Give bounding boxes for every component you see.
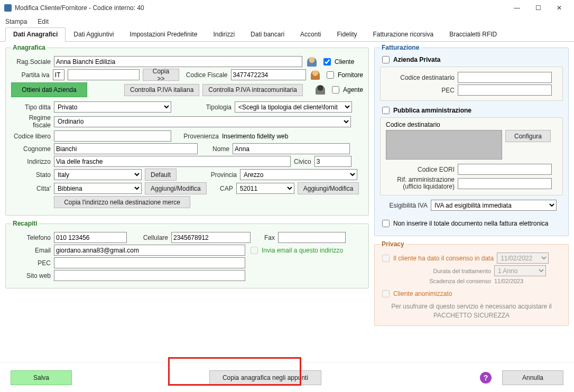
input-indirizzo[interactable] [54, 156, 291, 167]
label-partita-iva: Partita iva [11, 71, 50, 79]
group-fatturazione: Fatturazione Azienda Privata Codice dest… [374, 44, 569, 236]
label-rag-sociale: Rag.Sociale [11, 58, 51, 66]
tab-indirizzi[interactable]: Indirizzi [205, 27, 243, 41]
input-pec-fatt[interactable] [458, 85, 552, 96]
label-stato: Stato [11, 171, 51, 179]
tab-fidelity[interactable]: Fidelity [329, 27, 365, 41]
label-citta: Citta' [11, 185, 51, 192]
label-tipologia: Tipologia [174, 104, 232, 111]
input-nome[interactable] [233, 143, 350, 154]
checkbox-invia-email[interactable]: Invia email a questo indirizzo [248, 245, 343, 256]
button-controlla-piva-intra[interactable]: Controlla P.IVA intracomunitaria [202, 84, 303, 96]
select-tipologia[interactable]: <Scegli la tipologia del cliente\fornit [235, 101, 352, 113]
input-sito[interactable] [54, 270, 245, 281]
agent-icon [316, 85, 325, 95]
input-rag-sociale[interactable] [54, 56, 302, 67]
label-codice-fiscale: Codice Fiscale [182, 71, 227, 79]
button-salva[interactable]: Salva [11, 370, 72, 385]
tab-fatturazione-ricorsiva[interactable]: Fatturazione ricorsiva [365, 27, 441, 41]
menu-stampa[interactable]: Stampa [5, 18, 27, 25]
input-codice-eori[interactable] [458, 164, 552, 175]
group-privacy: Privacy Il cliente ha dato il consenso i… [374, 240, 569, 326]
input-telefono[interactable] [54, 232, 127, 243]
tab-braccialetti[interactable]: Braccialetti RFID [441, 27, 505, 41]
checkbox-cliente[interactable]: Cliente [321, 57, 354, 67]
button-configura[interactable]: Configura [505, 130, 551, 142]
label-fax: Fax [254, 234, 275, 241]
label-pec: PEC [11, 259, 51, 267]
button-copia-indirizzo[interactable]: Copia l'indirizzo nella destinazione mer… [54, 196, 190, 208]
group-recapiti: Recapiti Telefono Cellulare Fax Email In… [5, 220, 369, 288]
label-email: Email [11, 247, 51, 254]
checkbox-agente[interactable]: Agente [330, 85, 363, 95]
input-piva-prefix[interactable] [53, 69, 64, 80]
value-scadenza: 11/02/2023 [494, 278, 523, 284]
help-icon[interactable]: ? [480, 372, 492, 384]
input-fax[interactable] [278, 232, 346, 243]
privacy-info: Per usufruire di questo servizio è neces… [380, 302, 563, 320]
person-icon [307, 57, 317, 67]
button-default-stato[interactable]: Default [145, 169, 177, 181]
label-nome: Nome [201, 145, 229, 153]
maximize-button[interactable]: ☐ [527, 1, 549, 15]
label-scadenza: Scadenza del consenso [380, 278, 491, 284]
select-stato[interactable]: Italy [54, 169, 142, 180]
label-regime: Regime fiscale [11, 114, 51, 129]
button-annulla[interactable]: Annulla [502, 370, 563, 385]
input-pec[interactable] [54, 257, 245, 268]
input-cellulare[interactable] [171, 232, 251, 243]
select-consenso-data: 11/02/2022 [497, 253, 549, 264]
input-piva[interactable] [68, 69, 140, 80]
input-codice-dest[interactable] [458, 72, 552, 83]
button-aggiungi-cap[interactable]: Aggiungi/Modifica [298, 182, 359, 194]
select-cap[interactable]: 52011 [236, 183, 294, 194]
button-copia-piva[interactable]: Copia >> [143, 69, 179, 81]
input-rif-amm[interactable] [458, 178, 552, 189]
titlebar: Modifica Cliente/Fornitore - Codice inte… [0, 0, 574, 16]
button-aggiungi-citta[interactable]: Aggiungi/Modifica [145, 182, 207, 194]
label-codice-libero: Codice libero [11, 133, 51, 140]
menubar: Stampa Edit [0, 16, 574, 27]
tab-dati-aggiuntivi[interactable]: Dati Aggiuntivi [66, 27, 122, 41]
select-citta[interactable]: Bibbiena [54, 183, 142, 194]
button-controlla-piva-it[interactable]: Controlla P.IVA italiana [124, 84, 199, 96]
value-provenienza: Inserimento fidelity web [222, 133, 288, 140]
select-tipo-ditta[interactable]: Privato [54, 101, 171, 113]
label-civico: Civico [294, 158, 311, 165]
textarea-codice-dest-pa [386, 130, 502, 160]
label-esigibilita: Esigibilità IVA [380, 202, 428, 209]
close-button[interactable]: ✕ [549, 1, 570, 15]
input-email[interactable] [54, 245, 245, 256]
checkbox-azienda-privata[interactable]: Azienda Privata [380, 54, 563, 65]
button-ottieni-dati[interactable]: Ottieni dati Azienda [11, 82, 87, 97]
input-civico[interactable] [314, 156, 351, 167]
label-tipo-ditta: Tipo ditta [11, 104, 51, 111]
select-provincia[interactable]: Arezzo [240, 169, 357, 180]
checkbox-fornitore[interactable]: Fornitore [325, 70, 363, 80]
checkbox-non-inserire-totale[interactable]: Non inserire il totale documento nella f… [380, 218, 549, 229]
label-sito: Sito web [11, 272, 51, 279]
checkbox-anonimizzato[interactable]: Cliente anonimizzato [380, 288, 452, 299]
input-cognome[interactable] [54, 143, 198, 154]
select-regime[interactable]: Ordinario [54, 116, 351, 127]
tab-dati-bancari[interactable]: Dati bancari [243, 27, 292, 41]
tab-impostazioni[interactable]: Impostazioni Predefinite [122, 27, 205, 41]
minimize-button[interactable]: — [506, 1, 527, 15]
button-copia-anagrafica[interactable]: Copia anagrafica negli appunti [209, 370, 321, 385]
window-title: Modifica Cliente/Fornitore - Codice inte… [15, 4, 506, 12]
input-codice-libero[interactable] [54, 130, 171, 142]
tab-acconti[interactable]: Acconti [292, 27, 329, 41]
checkbox-consenso[interactable]: Il cliente ha dato il consenso in data [380, 253, 494, 264]
tab-dati-anagrafici[interactable]: Dati Anagrafici [5, 27, 66, 42]
checkbox-pubblica-amm[interactable]: Pubblica amministrazione [380, 105, 563, 116]
legend-privacy: Privacy [380, 240, 406, 248]
label-cellulare: Cellulare [130, 234, 168, 241]
select-esigibilita[interactable]: IVA ad esigibilità immediata [431, 200, 557, 211]
legend-anagrafica: Anagrafica [11, 44, 47, 51]
label-pec-fatt: PEC [386, 87, 455, 94]
label-telefono: Telefono [11, 234, 51, 241]
label-codice-dest: Codice destinatario [386, 74, 455, 81]
input-codice-fiscale[interactable] [231, 69, 306, 80]
menu-edit[interactable]: Edit [38, 18, 49, 25]
label-rif-amm: Rif. amministrazione(ufficio liquidatore… [386, 176, 455, 190]
